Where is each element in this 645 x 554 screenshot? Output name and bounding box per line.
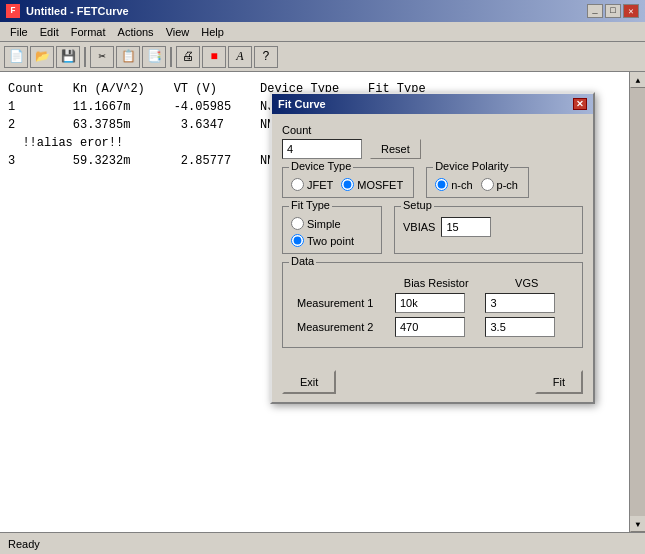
twopoint-radio[interactable] [291, 234, 304, 247]
jfet-radio[interactable] [291, 178, 304, 191]
new-button[interactable]: 📄 [4, 46, 28, 68]
menu-help[interactable]: Help [195, 24, 230, 40]
nch-radio[interactable] [435, 178, 448, 191]
simple-radio-label[interactable]: Simple [291, 217, 341, 230]
scroll-up-button[interactable]: ▲ [630, 72, 645, 88]
menu-file[interactable]: File [4, 24, 34, 40]
measurement-1-bias [391, 291, 482, 315]
open-button[interactable]: 📂 [30, 46, 54, 68]
close-button[interactable]: ✕ [623, 4, 639, 18]
fit-setup-row: Fit Type Simple Two point Setup VBIAS [282, 206, 583, 254]
dialog-close-button[interactable]: ✕ [573, 98, 587, 110]
mosfet-radio-label[interactable]: MOSFET [341, 178, 403, 191]
data-group: Data Bias Resistor VGS Measurement 1 [282, 262, 583, 348]
data-table: Bias Resistor VGS Measurement 1 [293, 275, 572, 339]
title-text: Untitled - FETCurve [26, 5, 129, 17]
nch-radio-label[interactable]: n-ch [435, 178, 472, 191]
save-button[interactable]: 💾 [56, 46, 80, 68]
measurement-1-label: Measurement 1 [293, 291, 391, 315]
count-row: Count Reset [282, 124, 583, 159]
device-type-options: JFET MOSFET [291, 178, 403, 191]
measurement-2-vgs [481, 315, 572, 339]
mosfet-radio[interactable] [341, 178, 354, 191]
device-type-group: Device Type JFET MOSFET [282, 167, 414, 198]
fit-type-label: Fit Type [289, 199, 332, 211]
bias-resistor-header: Bias Resistor [391, 275, 482, 291]
setup-group: Setup VBIAS [394, 206, 583, 254]
red-button[interactable]: ■ [202, 46, 226, 68]
reset-button[interactable]: Reset [370, 139, 421, 159]
device-polarity-group: Device Polarity n-ch p-ch [426, 167, 529, 198]
fit-type-group: Fit Type Simple Two point [282, 206, 382, 254]
status-text: Ready [8, 538, 40, 550]
menu-edit[interactable]: Edit [34, 24, 65, 40]
measurement-1-bias-input[interactable] [395, 293, 465, 313]
main-content: Count Kn (A/V^2) VT (V) Device Type Fit … [0, 72, 645, 532]
maximize-button[interactable]: □ [605, 4, 621, 18]
toolbar-separator-1 [84, 47, 86, 67]
setup-label: Setup [401, 199, 434, 211]
count-label: Count [282, 124, 583, 136]
count-input[interactable] [282, 139, 362, 159]
measurement-2-bias-input[interactable] [395, 317, 465, 337]
toolbar-separator-2 [170, 47, 172, 67]
dialog-footer: Exit Fit [272, 366, 593, 402]
menu-actions[interactable]: Actions [112, 24, 160, 40]
pch-radio-label[interactable]: p-ch [481, 178, 518, 191]
dialog-title-bar: Fit Curve ✕ [272, 94, 593, 114]
toolbar: 📄 📂 💾 ✂ 📋 📑 🖨 ■ A ? [0, 42, 645, 72]
twopoint-radio-label[interactable]: Two point [291, 234, 354, 247]
vgs-header: VGS [481, 275, 572, 291]
fit-type-options: Simple Two point [291, 217, 371, 247]
menu-bar: File Edit Format Actions View Help [0, 22, 645, 42]
measurement-2-label: Measurement 2 [293, 315, 391, 339]
device-groups-row: Device Type JFET MOSFET Device Polarity [282, 167, 583, 198]
device-polarity-label: Device Polarity [433, 160, 510, 172]
pch-radio[interactable] [481, 178, 494, 191]
data-label: Data [289, 255, 316, 267]
measurement-1-vgs [481, 291, 572, 315]
vbias-input[interactable] [441, 217, 491, 237]
empty-header [293, 275, 391, 291]
scroll-track[interactable] [630, 88, 645, 516]
copy-button[interactable]: 📋 [116, 46, 140, 68]
measurement-1-row: Measurement 1 [293, 291, 572, 315]
menu-format[interactable]: Format [65, 24, 112, 40]
app-icon: F [6, 4, 20, 18]
measurement-2-bias [391, 315, 482, 339]
print-button[interactable]: 🖨 [176, 46, 200, 68]
cut-button[interactable]: ✂ [90, 46, 114, 68]
measurement-2-vgs-input[interactable] [485, 317, 555, 337]
title-bar: F Untitled - FETCurve _ □ ✕ [0, 0, 645, 22]
menu-view[interactable]: View [160, 24, 196, 40]
jfet-radio-label[interactable]: JFET [291, 178, 333, 191]
measurement-2-row: Measurement 2 [293, 315, 572, 339]
device-polarity-options: n-ch p-ch [435, 178, 518, 191]
fit-curve-dialog: Fit Curve ✕ Count Reset Device Type [270, 92, 595, 404]
vertical-scrollbar[interactable]: ▲ ▼ [629, 72, 645, 532]
font-button[interactable]: A [228, 46, 252, 68]
dialog-body: Count Reset Device Type JFET MOSFET [272, 114, 593, 366]
minimize-button[interactable]: _ [587, 4, 603, 18]
simple-radio[interactable] [291, 217, 304, 230]
measurement-1-vgs-input[interactable] [485, 293, 555, 313]
device-type-label: Device Type [289, 160, 353, 172]
status-bar: Ready [0, 532, 645, 554]
help-button[interactable]: ? [254, 46, 278, 68]
vbias-row: VBIAS [403, 217, 572, 237]
vbias-label: VBIAS [403, 221, 435, 233]
paste-button[interactable]: 📑 [142, 46, 166, 68]
fit-button[interactable]: Fit [535, 370, 583, 394]
dialog-title-text: Fit Curve [278, 98, 326, 110]
exit-button[interactable]: Exit [282, 370, 336, 394]
scroll-down-button[interactable]: ▼ [630, 516, 645, 532]
